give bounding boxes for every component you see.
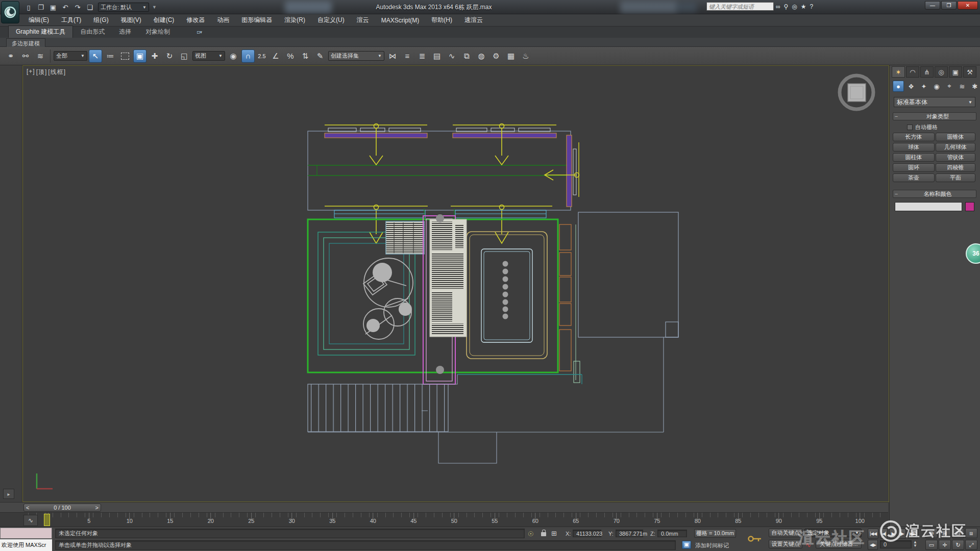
- primitive-category-dropdown[interactable]: 标准基本体 ▼: [894, 97, 975, 107]
- create-spacewarps-icon[interactable]: ≋: [957, 81, 968, 92]
- layer-manager-icon[interactable]: ≣: [415, 49, 429, 63]
- menu-views[interactable]: 视图(V): [115, 14, 148, 26]
- absolute-mode-icon[interactable]: ⊞: [551, 530, 557, 537]
- undo-icon[interactable]: ↶: [60, 3, 70, 12]
- select-and-scale-icon[interactable]: ◱: [178, 49, 191, 63]
- selection-set-dropdown[interactable]: 选定对象▼: [804, 529, 862, 537]
- favorites-star-icon[interactable]: ★: [801, 3, 806, 10]
- select-and-move-icon[interactable]: ✚: [148, 49, 161, 63]
- select-object-icon[interactable]: ↖: [89, 49, 102, 63]
- communication-center-icon[interactable]: ◎: [792, 3, 797, 10]
- rendered-frame-icon[interactable]: ▦: [504, 49, 518, 63]
- frame-forward-arrow[interactable]: >: [95, 505, 99, 511]
- menu-create[interactable]: 创建(C): [148, 14, 181, 26]
- maxscript-listener-output[interactable]: 欢迎使用 MAXScr: [0, 539, 52, 551]
- menu-modifiers[interactable]: 修改器: [180, 14, 211, 26]
- panel-tab-motion[interactable]: ◎: [935, 66, 948, 78]
- render-production-icon[interactable]: ♨: [519, 49, 532, 63]
- viewport[interactable]: [22, 65, 889, 502]
- menu-graph-editors[interactable]: 图形编辑器: [235, 14, 278, 26]
- tube-button[interactable]: 管状体: [936, 153, 975, 162]
- create-lights-icon[interactable]: ✦: [918, 81, 929, 92]
- ribbon-tab-freeform[interactable]: 自由形式: [73, 26, 112, 38]
- ribbon-tab-graphite[interactable]: Graphite 建模工具: [8, 26, 73, 38]
- frame-spinner[interactable]: ▲▼: [913, 540, 917, 547]
- restore-button[interactable]: ❐: [941, 1, 957, 10]
- snaps-25-label[interactable]: 2.5: [256, 49, 267, 63]
- go-to-end-button[interactable]: ▶▶|: [908, 529, 918, 539]
- percent-snap-icon[interactable]: %: [284, 49, 297, 63]
- reference-coordinate-dropdown[interactable]: 视图▼: [192, 51, 225, 61]
- render-setup-icon[interactable]: ⚙: [489, 49, 503, 63]
- current-frame-field[interactable]: 0: [880, 540, 912, 548]
- panel-tab-hierarchy[interactable]: ⋔: [920, 66, 934, 78]
- named-selection-set-combo[interactable]: 创建选择集▼: [328, 51, 384, 61]
- application-menu-button[interactable]: [1, 1, 19, 23]
- create-systems-icon[interactable]: ✱: [969, 81, 980, 92]
- pan-button[interactable]: ✛: [939, 540, 951, 550]
- create-helpers-icon[interactable]: ⌖: [944, 81, 955, 92]
- select-and-rotate-icon[interactable]: ↻: [163, 49, 176, 63]
- select-by-name-icon[interactable]: ≔: [104, 49, 117, 63]
- selection-lock-icon[interactable]: [541, 532, 546, 536]
- curve-editor-icon[interactable]: ∿: [445, 49, 458, 63]
- toolbar-overflow-icon[interactable]: ▼: [152, 5, 157, 10]
- schematic-view-icon[interactable]: ⧉: [460, 49, 473, 63]
- prompt-light-icon[interactable]: ☉: [528, 530, 534, 538]
- bind-to-space-warp-icon[interactable]: ≋: [34, 49, 47, 63]
- edit-named-selections-icon[interactable]: ✎: [313, 49, 327, 63]
- z-coordinate-field[interactable]: 0.0mm: [657, 530, 687, 537]
- object-color-swatch[interactable]: [965, 202, 974, 211]
- mini-curve-editor-button[interactable]: ∿: [23, 515, 38, 526]
- new-file-icon[interactable]: ▯: [23, 3, 34, 12]
- mirror-icon[interactable]: ⋈: [386, 49, 399, 63]
- close-button[interactable]: ✕: [958, 1, 978, 10]
- open-file-icon[interactable]: ❐: [36, 3, 46, 12]
- object-type-rollout[interactable]: − 对象类型: [893, 112, 976, 120]
- go-to-start-button[interactable]: |◀◀: [868, 529, 878, 539]
- menu-suxuanyun[interactable]: 速渲云: [458, 14, 489, 26]
- key-filter-curve-icon[interactable]: ∿: [805, 541, 811, 549]
- angle-snap-icon[interactable]: ∠: [269, 49, 282, 63]
- ribbon-tab-selection[interactable]: 选择: [112, 26, 138, 38]
- ribbon-tab-object-paint[interactable]: 对象绘制: [138, 26, 177, 38]
- zoom-extents-button[interactable]: ⊡: [952, 528, 964, 538]
- workspace-dropdown[interactable]: 工作台: 默认▼: [98, 3, 149, 12]
- save-file-icon[interactable]: ▣: [48, 3, 58, 12]
- zoom-region-button[interactable]: ▭: [925, 540, 938, 550]
- previous-frame-button[interactable]: ◀|: [880, 529, 888, 539]
- autogrid-checkbox[interactable]: [907, 124, 913, 130]
- zoom-button[interactable]: ⊕: [925, 528, 938, 538]
- key-filters-button[interactable]: 关键点过滤器...: [816, 540, 862, 548]
- torus-button[interactable]: 圆环: [893, 163, 935, 172]
- search-icon[interactable]: ∞: [776, 3, 780, 10]
- geosphere-button[interactable]: 几何球体: [936, 143, 975, 152]
- redo-icon[interactable]: ↷: [72, 3, 83, 12]
- maxscript-listener-input[interactable]: [0, 528, 52, 539]
- plane-button[interactable]: 平面: [936, 173, 975, 182]
- name-color-rollout[interactable]: − 名称和颜色: [893, 190, 976, 198]
- add-time-tag[interactable]: 添加时间标记: [695, 542, 729, 549]
- teapot-button[interactable]: 茶壶: [893, 173, 935, 182]
- menu-xuanyun[interactable]: 渲云: [351, 14, 375, 26]
- viewport-menu-plus[interactable]: [+]: [27, 68, 35, 77]
- viewport-menu-shading[interactable]: [线框]: [48, 68, 66, 77]
- menu-customize[interactable]: 自定义(U): [311, 14, 351, 26]
- object-name-field[interactable]: [895, 202, 962, 211]
- pyramid-button[interactable]: 四棱锥: [936, 163, 975, 172]
- maximize-viewport-button[interactable]: ⤢: [965, 540, 977, 550]
- unlink-selection-icon[interactable]: ⚯: [19, 49, 32, 63]
- current-frame-marker[interactable]: [44, 514, 50, 526]
- time-slider[interactable]: < 0 / 100 >: [23, 504, 101, 512]
- create-shapes-icon[interactable]: ❖: [905, 81, 917, 92]
- align-icon[interactable]: ≡: [401, 49, 414, 63]
- expand-tray-button[interactable]: ▸: [3, 489, 14, 499]
- panel-tab-create[interactable]: ✶: [892, 66, 905, 78]
- license-key-icon[interactable]: ⚲: [784, 3, 789, 10]
- material-editor-icon[interactable]: ◍: [475, 49, 488, 63]
- cone-button[interactable]: 圆锥体: [936, 133, 975, 141]
- y-coordinate-field[interactable]: 3867.271m: [616, 530, 643, 537]
- help-icon[interactable]: ?: [810, 3, 814, 10]
- panel-tab-modify[interactable]: ◠: [906, 66, 919, 78]
- window-crossing-icon[interactable]: ▣: [133, 49, 146, 63]
